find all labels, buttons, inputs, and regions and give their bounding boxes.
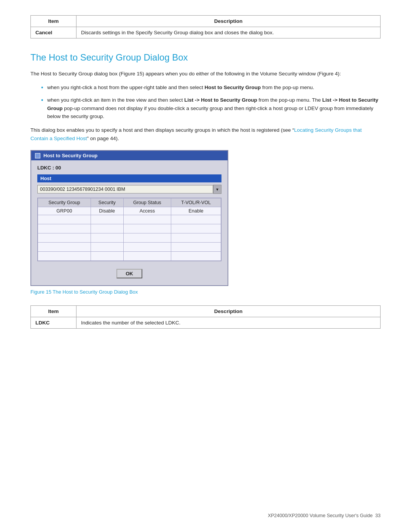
- section-title: The Host to Security Group Dialog Box: [30, 52, 381, 63]
- table-row: Cancel Discards settings in the Specify …: [31, 27, 381, 38]
- list-item: when you right-click a host from the upp…: [41, 83, 381, 92]
- table-row-empty: [38, 243, 221, 252]
- table-row-empty: [38, 252, 221, 261]
- cell-security-group: GRP00: [38, 207, 91, 215]
- bottom-table-header-item: Item: [31, 306, 76, 317]
- col-security-group: Security Group: [38, 198, 91, 207]
- table-row: GRP00 Disable Access Enable: [38, 207, 221, 215]
- bottom-table: Item Description LDKC Indicates the numb…: [30, 305, 381, 329]
- bullet1-after: from the pop-up menu.: [261, 85, 314, 90]
- dialog-titlebar: Host to Security Group: [31, 151, 228, 160]
- bullet2-after2: pop-up command does not display if you d…: [47, 105, 373, 120]
- section-body2: This dialog box enables you to specify a…: [30, 126, 381, 142]
- top-table: Item Description Cancel Discards setting…: [30, 15, 381, 38]
- dialog-inner-table: Security Group Security Group Status T-V…: [38, 198, 221, 261]
- figure-caption: Figure 15 The Host to Security Group Dia…: [30, 289, 381, 295]
- bullet1-before: when you right-click a host from the upp…: [47, 85, 204, 90]
- footer-text: XP24000/XP20000 Volume Security User's G…: [268, 513, 373, 518]
- ok-button[interactable]: OK: [116, 269, 142, 278]
- bottom-table-header-description: Description: [76, 306, 381, 317]
- section-intro: The Host to Security Group dialog box (F…: [30, 70, 381, 78]
- top-table-header-item: Item: [31, 16, 76, 27]
- col-group-status: Group Status: [123, 198, 171, 207]
- dialog-dropdown-box: 003390/002 12345678901234 0001 IBM: [37, 185, 213, 193]
- table-row-empty: [38, 233, 221, 243]
- dialog-wrapper: Host to Security Group LDKC : 00 Host 00…: [30, 150, 381, 286]
- dialog-footer: OK: [37, 265, 221, 281]
- dialog-ldkc: LDKC : 00: [37, 165, 221, 171]
- table-row-empty: [38, 215, 221, 224]
- col-security: Security: [91, 198, 123, 207]
- cell-group-status: Access: [123, 207, 171, 215]
- col-tvol-rvol: T-VOL/R-VOL: [171, 198, 221, 207]
- dialog-titlebar-icon: [35, 153, 40, 158]
- dialog-inner-table-wrapper: Security Group Security Group Status T-V…: [37, 198, 221, 261]
- dialog-dropdown[interactable]: 003390/002 12345678901234 0001 IBM ▼: [37, 185, 221, 194]
- top-table-description-cancel: Discards settings in the Specify Securit…: [76, 27, 381, 38]
- page-footer: XP24000/XP20000 Volume Security User's G…: [268, 513, 381, 518]
- list-item: when you right-click an item in the tree…: [41, 96, 381, 121]
- table-row: LDKC Indicates the number of the selecte…: [31, 317, 381, 329]
- dialog-title: Host to Security Group: [43, 153, 97, 158]
- cell-tvol-rvol: Enable: [171, 207, 221, 215]
- footer-page: 33: [375, 513, 381, 518]
- bottom-table-description-ldkc: Indicates the number of the selected LDK…: [76, 317, 381, 329]
- body2-before: This dialog box enables you to specify a…: [30, 127, 294, 133]
- bullet1-bold: Host to Security Group: [204, 85, 261, 90]
- bottom-table-item-ldkc: LDKC: [31, 317, 76, 329]
- top-table-header-description: Description: [76, 16, 381, 27]
- bullet-list: when you right-click a host from the upp…: [41, 83, 381, 121]
- cell-security: Disable: [91, 207, 123, 215]
- dialog-host-label: Host: [37, 174, 221, 182]
- table-row-empty: [38, 224, 221, 233]
- bullet2-before: when you right-click an item in the tree…: [47, 97, 184, 103]
- body2-after: ” on page 44).: [87, 136, 119, 141]
- bullet2-bold1: List -> Host to Security Group: [184, 97, 257, 103]
- bullet2-after1: from the pop-up menu. The: [257, 97, 322, 103]
- dropdown-arrow-icon[interactable]: ▼: [213, 185, 221, 194]
- dialog-box: Host to Security Group LDKC : 00 Host 00…: [30, 150, 228, 286]
- top-table-item-cancel: Cancel: [31, 27, 76, 38]
- dialog-body: LDKC : 00 Host 003390/002 12345678901234…: [31, 160, 228, 285]
